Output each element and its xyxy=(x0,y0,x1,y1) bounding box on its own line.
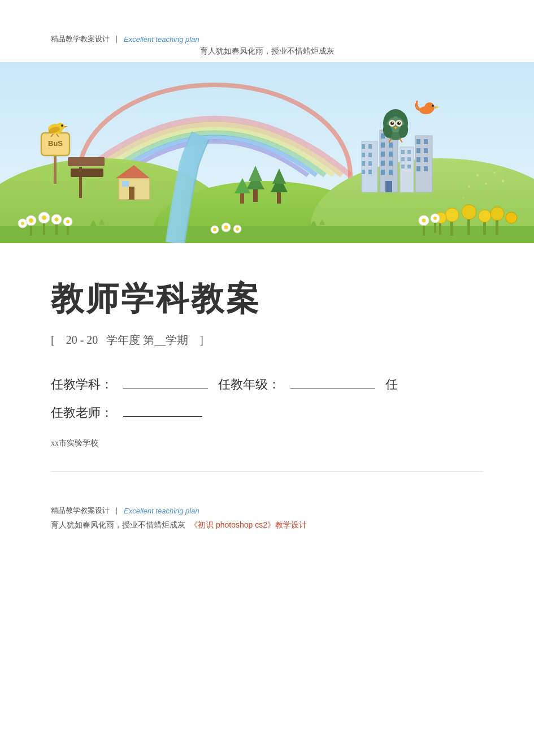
document-page: 精品教学教案设计 ｜ Excellent teaching plan 育人犹如春… xyxy=(0,0,534,756)
svg-rect-50 xyxy=(401,165,405,169)
svg-point-81 xyxy=(490,207,504,221)
header-subtitle: 育人犹如春风化雨，授业不惜蜡炬成灰 xyxy=(51,46,483,57)
subject-row: 任教学科： 任教年级： 任 xyxy=(51,376,483,393)
form-section: 任教学科： 任教年级： 任 任教老师： xyxy=(51,376,483,421)
svg-rect-49 xyxy=(407,157,411,161)
illustration: BuS xyxy=(0,62,534,243)
svg-text:BuS: BuS xyxy=(48,139,63,148)
svg-rect-55 xyxy=(416,148,420,153)
svg-rect-42 xyxy=(381,170,385,175)
svg-point-113 xyxy=(399,122,400,123)
footer-top: 精品教学教案设计 ｜ Excellent teaching plan xyxy=(51,506,483,516)
footer-english-label: Excellent teaching plan xyxy=(124,507,199,515)
svg-point-85 xyxy=(506,212,517,223)
footer-chinese-label: 精品教学教案设计 xyxy=(51,506,110,516)
svg-rect-57 xyxy=(416,157,420,162)
svg-rect-22 xyxy=(240,193,244,204)
svg-rect-47 xyxy=(407,150,411,154)
svg-rect-60 xyxy=(424,166,428,171)
header-top: 精品教学教案设计 ｜ Excellent teaching plan xyxy=(51,34,483,44)
teacher-row: 任教老师： xyxy=(51,404,483,421)
svg-rect-74 xyxy=(67,226,69,235)
grade-underline xyxy=(290,388,375,388)
svg-point-62 xyxy=(29,218,33,223)
svg-point-125 xyxy=(468,185,470,188)
divider xyxy=(51,471,483,472)
teacher-label: 任教老师： xyxy=(51,404,113,421)
year-end: 20 xyxy=(86,334,98,346)
svg-rect-56 xyxy=(424,148,428,153)
svg-rect-19 xyxy=(277,192,281,204)
footer-section: 精品教学教案设计 ｜ Excellent teaching plan 育人犹如春… xyxy=(0,483,534,553)
svg-point-128 xyxy=(493,171,496,174)
svg-rect-63 xyxy=(30,226,32,236)
subject-label: 任教学科： xyxy=(51,376,113,393)
svg-point-122 xyxy=(419,106,433,114)
svg-rect-82 xyxy=(496,221,498,235)
footer-separator: ｜ xyxy=(113,506,120,516)
svg-rect-29 xyxy=(362,161,365,166)
svg-point-75 xyxy=(445,208,459,222)
year-dash: - xyxy=(80,334,87,346)
main-content: 教师学科教案 [ 20 - 20 学年度 第__学期 ] 任教学科： 任教年级：… xyxy=(0,243,534,471)
svg-rect-28 xyxy=(368,153,372,157)
svg-point-110 xyxy=(390,122,394,125)
svg-point-97 xyxy=(236,227,239,231)
svg-rect-69 xyxy=(55,224,58,235)
grade-label: 任教年级： xyxy=(218,376,280,393)
svg-rect-15 xyxy=(71,169,103,177)
svg-point-112 xyxy=(392,122,393,123)
header-separator: ｜ xyxy=(113,34,120,44)
svg-rect-37 xyxy=(389,142,393,148)
svg-point-100 xyxy=(61,124,63,127)
svg-point-90 xyxy=(433,217,437,220)
svg-rect-16 xyxy=(253,189,258,202)
svg-rect-39 xyxy=(389,152,393,157)
svg-rect-44 xyxy=(385,181,392,192)
svg-rect-25 xyxy=(362,144,365,149)
svg-rect-53 xyxy=(416,139,420,144)
svg-rect-43 xyxy=(389,170,393,175)
bracket-close: ] xyxy=(199,334,203,346)
header-english-label: Excellent teaching plan xyxy=(124,35,199,44)
header-section: 精品教学教案设计 ｜ Excellent teaching plan 育人犹如春… xyxy=(0,0,534,57)
svg-point-111 xyxy=(397,122,401,125)
subject-underline xyxy=(123,388,208,388)
svg-point-95 xyxy=(224,226,228,230)
svg-rect-58 xyxy=(424,157,428,162)
svg-rect-76 xyxy=(450,222,453,236)
svg-rect-5 xyxy=(0,226,534,243)
svg-point-126 xyxy=(476,174,479,177)
svg-rect-59 xyxy=(416,166,420,171)
bracket-open: [ xyxy=(51,334,55,346)
svg-point-65 xyxy=(42,215,46,220)
svg-point-130 xyxy=(463,197,464,199)
svg-rect-14 xyxy=(68,157,105,166)
svg-point-73 xyxy=(66,220,70,223)
svg-point-77 xyxy=(462,205,476,219)
main-title: 教师学科教案 xyxy=(51,277,483,321)
svg-rect-38 xyxy=(381,152,385,157)
svg-point-93 xyxy=(213,228,216,231)
svg-rect-88 xyxy=(423,226,425,236)
teacher-label-inline: 任 xyxy=(385,376,398,393)
svg-rect-80 xyxy=(483,222,486,235)
svg-point-71 xyxy=(21,222,24,225)
svg-rect-9 xyxy=(122,181,129,187)
svg-point-87 xyxy=(422,219,426,223)
svg-rect-31 xyxy=(362,170,365,174)
svg-rect-66 xyxy=(43,223,45,235)
svg-rect-91 xyxy=(434,223,436,233)
svg-rect-84 xyxy=(439,223,441,235)
svg-point-123 xyxy=(432,105,434,107)
footer-subtitle: 育人犹如春风化雨，授业不惜蜡炬成灰 《初识 photoshop cs2》教学设计 xyxy=(51,520,483,530)
svg-rect-36 xyxy=(381,142,385,148)
svg-rect-32 xyxy=(368,170,372,174)
svg-rect-48 xyxy=(401,157,405,161)
svg-rect-54 xyxy=(424,139,428,144)
svg-rect-41 xyxy=(389,161,393,166)
svg-rect-51 xyxy=(407,165,411,169)
svg-point-129 xyxy=(502,180,505,183)
school-name: xx市实验学校 xyxy=(51,438,483,448)
year-start: 20 xyxy=(66,334,77,346)
